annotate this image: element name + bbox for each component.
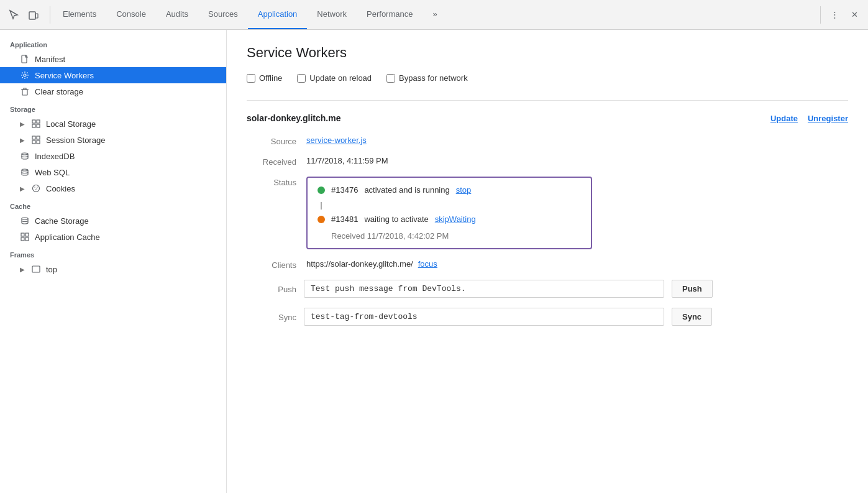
sync-label: Sync — [247, 311, 296, 322]
sw-domain-text: solar-donkey.glitch.me — [247, 113, 340, 123]
tab-audits[interactable]: Audits — [156, 0, 198, 29]
tab-sources[interactable]: Sources — [198, 0, 248, 29]
sidebar-item-cookies-label: Cookies — [46, 184, 75, 193]
sidebar-item-application-cache[interactable]: Application Cache — [0, 229, 226, 245]
status-waiting-text: waiting to activate — [364, 214, 428, 224]
trash-icon — [20, 86, 30, 96]
bypass-for-network-checkbox[interactable] — [386, 74, 395, 83]
update-on-reload-checkbox[interactable] — [297, 74, 306, 83]
options-row: Offline Update on reload Bypass for netw… — [247, 73, 848, 83]
bypass-for-network-checkbox-label[interactable]: Bypass for network — [386, 73, 468, 83]
offline-label: Offline — [259, 73, 282, 83]
tab-console[interactable]: Console — [106, 0, 156, 29]
source-file-link[interactable]: service-worker.js — [306, 136, 367, 145]
offline-checkbox-label[interactable]: Offline — [247, 73, 282, 83]
push-button[interactable]: Push — [672, 280, 713, 298]
sidebar-item-clear-storage[interactable]: Clear storage — [0, 83, 226, 99]
svg-rect-25 — [32, 266, 40, 272]
svg-rect-24 — [25, 237, 29, 241]
bypass-for-network-label: Bypass for network — [399, 73, 468, 83]
sidebar-item-manifest[interactable]: Manifest — [0, 51, 226, 67]
sidebar-item-manifest-label: Manifest — [35, 55, 65, 64]
sidebar-item-service-workers-label: Service Workers — [35, 71, 94, 80]
tab-performance[interactable]: Performance — [357, 0, 423, 29]
expand-cookies-icon: ▶ — [20, 185, 25, 192]
clients-value: https://solar-donkey.glitch.me/ focus — [306, 259, 437, 269]
sidebar-item-service-workers[interactable]: Service Workers — [0, 67, 226, 83]
db-icon-websql — [20, 167, 30, 177]
sidebar-section-frames: Frames — [0, 245, 226, 261]
tab-application[interactable]: Application — [248, 0, 308, 29]
stop-link[interactable]: stop — [456, 185, 472, 195]
sidebar-item-indexeddb[interactable]: IndexedDB — [0, 148, 226, 164]
svg-point-18 — [35, 189, 35, 190]
tab-elements[interactable]: Elements — [53, 0, 106, 29]
toolbar-right: ⋮ ✕ — [820, 6, 863, 24]
status-box: #13476 activated and is running stop #13… — [306, 177, 592, 249]
sw-status-row: Status #13476 activated and is running s… — [247, 177, 848, 249]
sidebar-item-cache-storage[interactable]: Cache Storage — [0, 213, 226, 229]
cursor-icon[interactable] — [5, 6, 22, 24]
status-running-line: #13476 activated and is running stop — [318, 185, 581, 195]
status-received2-row: Received 11/7/2018, 4:42:02 PM — [331, 231, 581, 241]
gear-icon — [20, 70, 30, 80]
sw-source-row: Source service-worker.js — [247, 136, 848, 146]
devtools-menu-button[interactable]: ⋮ — [826, 6, 843, 24]
source-file-anchor[interactable]: service-worker.js — [306, 136, 367, 145]
grid-icon-local — [31, 119, 41, 129]
sidebar-item-session-storage[interactable]: ▶ Session Storage — [0, 132, 226, 148]
sidebar-item-web-sql-label: Web SQL — [35, 168, 70, 177]
focus-link[interactable]: focus — [418, 259, 437, 269]
svg-point-3 — [24, 74, 26, 76]
svg-point-17 — [36, 188, 37, 189]
push-label: Push — [247, 283, 296, 294]
db-icon-indexeddb — [20, 151, 30, 161]
tab-more[interactable]: » — [423, 0, 447, 29]
sidebar-section-application: Application — [0, 35, 226, 51]
svg-rect-6 — [37, 120, 40, 123]
sidebar: Application Manifest Service Workers — [0, 30, 227, 493]
svg-rect-22 — [25, 233, 29, 236]
sync-input[interactable] — [304, 308, 664, 326]
sidebar-item-local-storage[interactable]: ▶ Local Storage — [0, 116, 226, 132]
sw-actions: Update Unregister — [770, 114, 848, 123]
update-on-reload-checkbox-label[interactable]: Update on reload — [297, 73, 372, 83]
skip-waiting-link[interactable]: skipWaiting — [435, 214, 476, 224]
sw-received-row: Received 11/7/2018, 4:11:59 PM — [247, 156, 848, 167]
sidebar-item-cookies[interactable]: ▶ Cookies — [0, 180, 226, 196]
cookie-icon — [31, 183, 41, 193]
grid-icon-appcache — [20, 232, 30, 242]
content-area: Service Workers Offline Update on reload… — [227, 30, 868, 493]
toolbar-icons — [5, 6, 50, 24]
sidebar-section-cache: Cache — [0, 196, 226, 213]
sidebar-section-storage: Storage — [0, 99, 226, 116]
service-worker-card: solar-donkey.glitch.me Update Unregister… — [247, 100, 848, 326]
expand-session-storage-icon: ▶ — [20, 137, 25, 144]
svg-point-20 — [22, 218, 28, 219]
sidebar-item-session-storage-label: Session Storage — [46, 136, 105, 145]
push-input[interactable] — [304, 280, 664, 298]
expand-local-storage-icon: ▶ — [20, 121, 25, 127]
status-dot-green — [318, 187, 325, 194]
close-devtools-button[interactable]: ✕ — [846, 6, 863, 24]
sync-button[interactable]: Sync — [672, 308, 712, 326]
update-button[interactable]: Update — [770, 114, 798, 123]
file-icon — [20, 54, 30, 64]
unregister-button[interactable]: Unregister — [808, 114, 848, 123]
toolbar-tabs: Elements Console Audits Sources Applicat… — [53, 0, 818, 29]
status-waiting-line: #13481 waiting to activate skipWaiting — [318, 214, 581, 224]
tab-network[interactable]: Network — [307, 0, 357, 29]
device-toggle-icon[interactable] — [25, 6, 42, 24]
sidebar-item-local-storage-label: Local Storage — [46, 119, 96, 129]
sidebar-item-clear-storage-label: Clear storage — [35, 87, 83, 96]
sidebar-item-web-sql[interactable]: Web SQL — [0, 164, 226, 180]
svg-rect-8 — [37, 124, 40, 127]
svg-rect-1 — [35, 14, 38, 18]
status-label: Status — [247, 177, 296, 187]
sidebar-item-top[interactable]: ▶ top — [0, 261, 226, 277]
sidebar-item-application-cache-label: Application Cache — [35, 233, 100, 242]
main-layout: Application Manifest Service Workers — [0, 30, 868, 493]
update-on-reload-label: Update on reload — [309, 73, 372, 83]
offline-checkbox[interactable] — [247, 74, 255, 83]
svg-rect-21 — [21, 233, 24, 236]
